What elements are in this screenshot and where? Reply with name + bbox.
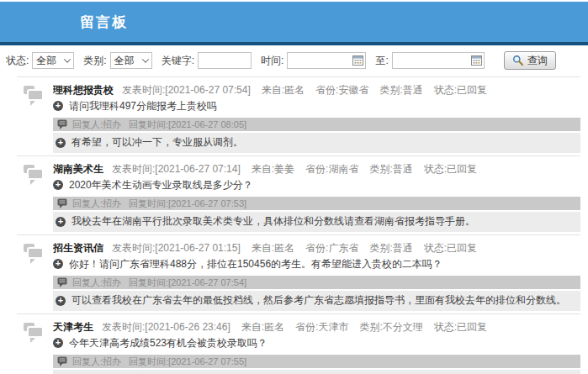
keyword-input[interactable] [198,52,252,69]
keyword-filter-group: 关键字: [162,52,252,69]
reply-content-row: 有希望，可以冲一下，专业服从调剂。 [53,133,580,153]
reply-content-row: 天津可以参考我校往年的分数线和排位。 [53,370,580,374]
question-text: 请问我理科497分能报考上贵校吗 [69,99,217,113]
reply-bubble-icon [57,119,67,129]
reply-bubble-icon [57,198,67,208]
chevron-down-icon [64,55,71,62]
status-select[interactable]: 全部 [32,52,74,69]
message-header-line: 天津考生发表时间:[2021-06-26 23:46]来自:匿名省份:天津市类别… [53,320,580,334]
message-province: 省份:广东省 [305,242,358,254]
plus-circle-icon [56,138,66,148]
reply-bubble-icon [57,356,67,366]
plus-circle-icon [53,338,63,348]
time-from-group: 时间: [261,52,366,69]
plus-circle-icon [53,259,63,269]
question-text: 今年天津高考成绩523有机会被贵校录取吗？ [69,336,268,350]
message-from: 来自:匿名 [262,84,305,96]
message-title: 湖南美术生 [53,163,103,175]
reply-time: 回复时间:[2021-06-27 08:05] [129,119,246,131]
reply-header-bar: 回复人:招办 回复时间:[2021-06-27 07:53] [53,197,580,210]
search-button-label: 查询 [527,54,548,68]
message-body: 理科想报贵校发表时间:[2021-06-27 07:54]来自:匿名省份:安徽省… [53,83,580,153]
message-body: 招生资讯信发表时间:[2021-06-27 01:15]来自:匿名省份:广东省类… [53,241,580,311]
question-line: 2020年美术生动画专业录取线是多少分？ [53,178,580,192]
reply-author: 回复人:招办 [72,198,121,210]
question-text: 你好！请问广东省理科488分，排位在150456的考生。有希望能进入贵校的二本吗… [69,257,442,271]
to-label: 至: [375,54,388,68]
chevron-down-icon [141,55,148,62]
page-title: 留言板 [80,13,128,32]
message-status: 状态:已回复 [434,84,487,96]
question-line: 请问我理科497分能报考上贵校吗 [53,99,580,113]
message-body: 湖南美术生发表时间:[2021-06-27 07:14]来自:姜姜省份:湖南省类… [53,162,580,232]
message-list: 理科想报贵校发表时间:[2021-06-27 07:54]来自:匿名省份:安徽省… [17,76,580,374]
message-category: 类别:普通 [379,84,422,96]
question-line: 今年天津高考成绩523有机会被贵校录取吗？ [53,336,580,350]
reply-author: 回复人:招办 [72,119,121,131]
reply-content-row: 可以查看我校在广东省去年的最低投档线，然后参考广东省志愿填报指导书，里面有我校去… [53,291,580,311]
reply-content-row: 我校去年在湖南平行批次录取美术类专业，具体排位和分数线请查看湖南省报考指导手册。 [53,212,580,232]
category-select-value: 全部 [114,54,135,68]
comment-avatar-icon [24,86,45,106]
message-status: 状态:已回复 [424,163,477,175]
message-item: 湖南美术生发表时间:[2021-06-27 07:14]来自:姜姜省份:湖南省类… [17,155,580,234]
status-label: 状态: [6,54,29,68]
status-select-value: 全部 [36,54,56,68]
time-label: 时间: [261,54,283,68]
posted-time: 发表时间:[2021-06-27 01:15] [112,242,241,254]
time-to-group: 至: [375,52,484,69]
filter-bar: 状态: 全部 类别: 全部 关键字: 时间: [0,45,588,76]
message-from: 来自:姜姜 [252,163,294,175]
reply-text: 我校去年在湖南平行批次录取美术类专业，具体排位和分数线请查看湖南省报考指导手册。 [72,214,475,229]
app-header: 留言板 [0,2,588,45]
plus-circle-icon [56,296,66,306]
plus-circle-icon [53,101,63,111]
keyword-label: 关键字: [162,54,194,68]
reply-time: 回复时间:[2021-06-27 07:53] [129,198,246,210]
message-from: 来自:匿名 [252,242,294,254]
plus-circle-icon [56,217,66,227]
reply-author: 回复人:招办 [72,356,121,368]
plus-circle-icon [53,180,63,190]
posted-time: 发表时间:[2021-06-27 07:14] [112,163,241,175]
reply-bubble-icon [57,277,67,287]
status-filter-group: 状态: 全部 [6,52,74,69]
message-province: 省份:天津市 [295,321,348,333]
reply-header-bar: 回复人:招办 回复时间:[2021-06-27 07:54] [53,276,580,289]
message-category: 类别:普通 [369,163,412,175]
search-icon [512,55,524,66]
category-label: 类别: [83,54,106,68]
search-button[interactable]: 查询 [504,51,556,70]
message-status: 状态:已回复 [434,321,487,333]
message-title: 理科想报贵校 [53,84,114,96]
message-category: 类别:普通 [369,242,412,254]
message-item: 天津考生发表时间:[2021-06-26 23:46]来自:匿名省份:天津市类别… [17,313,580,374]
reply-time: 回复时间:[2021-06-27 07:54] [129,277,246,289]
comment-avatar-icon [24,323,45,343]
question-line: 你好！请问广东省理科488分，排位在150456的考生。有希望能进入贵校的二本吗… [53,257,580,271]
reply-header-bar: 回复人:招办 回复时间:[2021-06-27 07:55] [53,355,580,368]
calendar-icon[interactable] [352,55,363,68]
category-select[interactable]: 全部 [110,52,152,69]
comment-avatar-icon [24,244,45,264]
posted-time: 发表时间:[2021-06-27 07:54] [122,84,251,96]
message-header-line: 理科想报贵校发表时间:[2021-06-27 07:54]来自:匿名省份:安徽省… [53,83,580,97]
message-header-line: 湖南美术生发表时间:[2021-06-27 07:14]来自:姜姜省份:湖南省类… [53,162,580,176]
message-status: 状态:已回复 [424,242,477,254]
message-province: 省份:湖南省 [305,163,358,175]
reply-text: 可以查看我校在广东省去年的最低投档线，然后参考广东省志愿填报指导书，里面有我校去… [72,293,566,308]
reply-author: 回复人:招办 [72,277,121,289]
message-category: 类别:不分文理 [359,321,422,333]
message-item: 招生资讯信发表时间:[2021-06-27 01:15]来自:匿名省份:广东省类… [17,234,580,313]
message-body: 天津考生发表时间:[2021-06-26 23:46]来自:匿名省份:天津市类别… [53,320,580,374]
category-filter-group: 类别: 全部 [83,52,151,69]
message-from: 来自:匿名 [241,321,284,333]
question-text: 2020年美术生动画专业录取线是多少分？ [69,178,253,192]
reply-time: 回复时间:[2021-06-27 07:55] [129,356,246,368]
posted-time: 发表时间:[2021-06-26 23:46] [102,321,230,333]
comment-avatar-icon [24,165,45,185]
message-item: 理科想报贵校发表时间:[2021-06-27 07:54]来自:匿名省份:安徽省… [17,76,580,155]
calendar-icon[interactable] [471,55,482,68]
message-province: 省份:安徽省 [315,84,368,96]
message-title: 天津考生 [53,321,93,333]
